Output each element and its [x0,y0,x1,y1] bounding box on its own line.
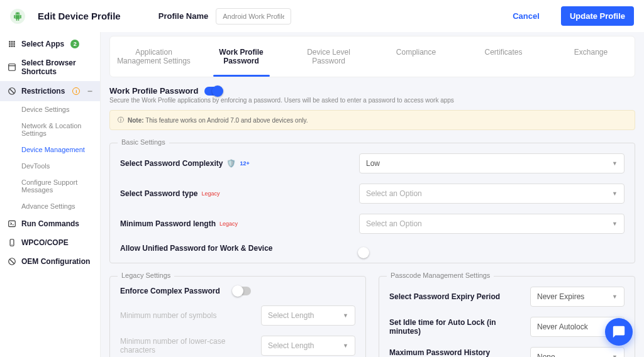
idle-label: Set Idle time for Auto Lock (in minutes) [389,318,502,336]
apps-icon [8,40,16,48]
chevron-down-icon: ▼ [343,343,348,349]
device-icon [8,238,16,247]
sub-support[interactable]: Configure Support Messages [15,174,100,198]
legacy-tag: Legacy [219,221,238,227]
shield-icon: 🛡️ [226,159,236,168]
version-tag: 12+ [240,160,249,167]
expiry-label: Select Password Expiry Period [389,292,502,301]
browser-icon [8,63,16,72]
history-select[interactable]: None▼ [530,347,625,357]
tab-exchange[interactable]: Exchange [547,36,635,77]
page-title: Edit Device Profile [38,11,121,21]
note-prefix: Note: [128,117,144,124]
enforce-toggle[interactable] [233,287,251,295]
min-len-select[interactable]: Select an Option▼ [359,214,625,234]
sidebar-browser-shortcuts[interactable]: Select Browser Shortcuts [0,53,100,81]
tab-app-mgmt[interactable]: Application Management Settings [110,36,197,77]
sidebar-label: Run Commands [21,219,79,228]
info-icon: ⓘ [118,116,124,124]
legend: Legacy Settings [118,272,174,279]
collapse-icon[interactable]: − [87,86,92,96]
min-symbols-select[interactable]: Select Length▼ [261,305,355,326]
sidebar-restrictions[interactable]: Restrictions i − [0,81,100,101]
chevron-down-icon: ▼ [612,354,618,357]
sidebar-run-commands[interactable]: Run Commands [0,214,100,233]
sub-advance[interactable]: Advance Settings [15,198,100,214]
section-desc: Secure the Work Profile applications by … [109,97,635,104]
tab-work-pwd[interactable]: Work Profile Password [197,36,285,77]
cancel-button[interactable]: Cancel [513,11,540,21]
pwd-type-select[interactable]: Select an Option▼ [359,184,625,204]
android-logo [10,9,25,24]
basic-settings-fieldset: Basic Settings Select Password Complexit… [109,143,635,263]
legacy-settings-fieldset: Legacy Settings Enforce Complex Password… [109,276,366,357]
sidebar-label: Select Browser Shortcuts [21,58,92,76]
section-title: Work Profile Password [109,86,198,96]
tab-device-pwd[interactable]: Device Level Password [285,36,372,77]
apps-badge: 2 [70,40,79,48]
sub-network[interactable]: Network & Location Settings [15,118,100,141]
header: Edit Device Profile Profile Name Cancel … [0,0,644,32]
sidebar-select-apps[interactable]: Select Apps 2 [0,35,100,53]
content: Application Management Settings Work Pro… [101,32,644,357]
sub-device-mgmt[interactable]: Device Management [15,141,100,158]
chevron-down-icon: ▼ [612,190,618,197]
chevron-down-icon: ▼ [343,312,348,319]
profile-name-label: Profile Name [158,11,208,21]
chevron-down-icon: ▼ [612,160,618,167]
tabs: Application Management Settings Work Pro… [109,36,635,77]
min-lower-label: Minimum number of lower-case characters [120,337,233,354]
note-text: This feature works on Android 7.0 and ab… [144,117,308,124]
sub-devtools[interactable]: DevTools [15,158,100,174]
unified-label: Allow Unified Password for Work & Device [120,244,359,253]
note-bar: ⓘ Note: This feature works on Android 7.… [109,110,635,130]
sidebar-label: Restrictions [21,87,65,96]
profile-name-input[interactable] [216,8,291,25]
chat-fab[interactable] [605,318,633,346]
legacy-tag: Legacy [201,190,219,197]
pwd-type-label: Select Password type Legacy [120,189,359,198]
sidebar-oem[interactable]: OEM Configuration [0,252,100,271]
chevron-down-icon: ▼ [612,294,618,300]
block-icon [8,257,16,266]
min-symbols-label: Minimum number of symbols [120,311,233,320]
enforce-label: Enforce Complex Password [120,287,233,295]
tab-certificates[interactable]: Certificates [460,36,547,77]
min-len-label: Minimum Password length Legacy [120,219,359,228]
block-icon [8,87,16,96]
sidebar-label: WPCO/COPE [21,238,69,247]
sidebar-label: OEM Configuration [21,257,90,266]
update-profile-button[interactable]: Update Profile [561,6,634,26]
expiry-select[interactable]: Never Expires▼ [530,287,625,307]
sidebar: Select Apps 2 Select Browser Shortcuts R… [0,32,101,357]
complexity-label: Select Password Complexity 🛡️ 12+ [120,159,359,168]
sidebar-wpco[interactable]: WPCO/COPE [0,233,100,252]
section-toggle[interactable] [204,87,222,96]
complexity-select[interactable]: Low▼ [359,153,625,173]
legend: Basic Settings [118,138,169,146]
tab-compliance[interactable]: Compliance [372,36,460,77]
terminal-icon [8,219,16,228]
info-icon: i [72,87,80,95]
passcode-settings-fieldset: Passcode Management Settings Select Pass… [379,276,635,357]
min-lower-select[interactable]: Select Length▼ [261,336,355,356]
history-label: Maximum Password History List [389,348,502,357]
chevron-down-icon: ▼ [612,221,618,227]
legend: Passcode Management Settings [387,272,494,279]
svg-rect-0 [9,64,16,71]
sub-device-settings[interactable]: Device Settings [15,101,100,118]
sidebar-label: Select Apps [21,40,64,48]
